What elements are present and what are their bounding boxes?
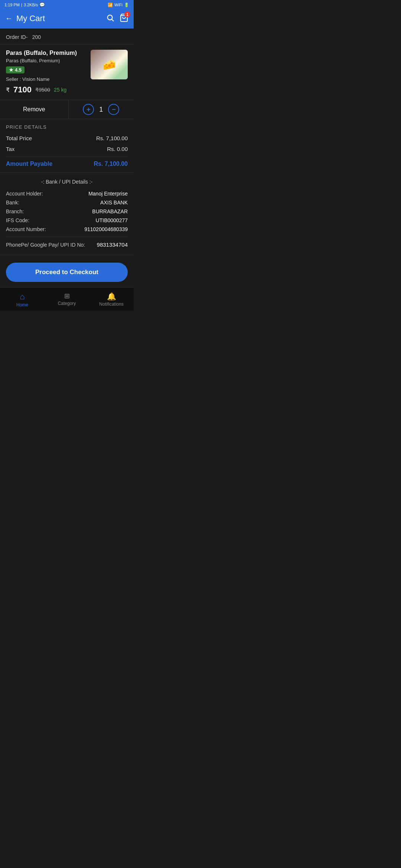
bank-row-account-number: Account Number: 911020004680339 bbox=[6, 226, 128, 232]
status-network-speed: 3.2KB/s bbox=[24, 3, 38, 7]
order-id-section: Order ID- 200 bbox=[0, 29, 134, 45]
signal-icon: 📶 bbox=[108, 3, 113, 7]
quantity-value: 1 bbox=[99, 106, 103, 114]
price-weight: 25 kg bbox=[54, 87, 66, 93]
battery-icon: 🔋 bbox=[124, 3, 129, 7]
total-price-value: Rs. 7,100.00 bbox=[96, 135, 128, 141]
upi-label: PhonePe/ Google Pay/ UPI ID No: bbox=[6, 241, 85, 249]
home-icon: ⌂ bbox=[20, 292, 25, 302]
status-time: 1:19 PM bbox=[4, 3, 20, 7]
page-title: My Cart bbox=[16, 14, 45, 23]
account-number-label: Account Number: bbox=[6, 226, 46, 232]
quantity-controls: + 1 − bbox=[69, 100, 134, 119]
total-price-label: Total Price bbox=[6, 135, 32, 141]
cart-button[interactable]: 1 bbox=[120, 13, 128, 23]
bank-row-bank: Bank: AXIS BANK bbox=[6, 200, 128, 206]
whatsapp-icon: 💬 bbox=[39, 2, 45, 7]
branch-label: Branch: bbox=[6, 208, 24, 214]
amount-payable-row: Amount Payable Rs. 7,100.00 bbox=[6, 161, 128, 167]
nav-notifications[interactable]: 🔔 Notifications bbox=[89, 290, 134, 309]
notifications-icon: 🔔 bbox=[107, 292, 116, 301]
main-content: Order ID- 200 Paras (Buffalo, Premium) P… bbox=[0, 29, 134, 287]
order-id-label: Order ID- bbox=[6, 34, 27, 40]
bank-label: Bank: bbox=[6, 200, 19, 206]
order-id-value: 200 bbox=[32, 34, 41, 40]
header-icons: 1 bbox=[106, 13, 128, 23]
price-divider bbox=[6, 157, 128, 157]
bank-section-title: -: Bank / UPI Details :- bbox=[6, 179, 128, 185]
ifsc-label: IFS Code: bbox=[6, 217, 29, 223]
amount-payable-value: Rs. 7,100.00 bbox=[94, 161, 128, 167]
nav-home-label: Home bbox=[16, 302, 28, 308]
search-icon bbox=[106, 14, 114, 22]
product-name: Paras (Buffalo, Premium) bbox=[6, 50, 87, 56]
action-row: Remove + 1 − bbox=[0, 100, 134, 119]
nav-home[interactable]: ⌂ Home bbox=[0, 290, 45, 309]
rating-badge: ★ 4.5 bbox=[6, 66, 25, 73]
status-speed: | bbox=[21, 3, 22, 7]
price-details-section: PRICE DETAILS Total Price Rs. 7,100.00 T… bbox=[0, 119, 134, 173]
price-current: 7100 bbox=[13, 85, 32, 95]
category-icon: ⊞ bbox=[64, 292, 70, 300]
header-left: ← My Cart bbox=[5, 14, 45, 23]
checkout-button[interactable]: Proceed to Checkout bbox=[6, 263, 128, 282]
bottom-navigation: ⌂ Home ⊞ Category 🔔 Notifications bbox=[0, 287, 134, 310]
account-holder-label: Account Holder: bbox=[6, 191, 43, 197]
price-symbol: ₹ bbox=[6, 86, 10, 93]
back-button[interactable]: ← bbox=[5, 14, 13, 23]
account-number-value: 911020004680339 bbox=[84, 226, 128, 232]
bank-details-section: -: Bank / UPI Details :- Account Holder:… bbox=[0, 173, 134, 255]
ifsc-value: UTIB0000277 bbox=[96, 217, 128, 223]
remove-button[interactable]: Remove bbox=[0, 100, 69, 119]
checkout-section: Proceed to Checkout bbox=[0, 255, 134, 287]
wifi-icon: WiFi bbox=[114, 3, 123, 7]
rating-value: 4.5 bbox=[15, 67, 22, 73]
minus-icon: − bbox=[112, 106, 116, 114]
plus-icon: + bbox=[87, 106, 91, 114]
upi-row: PhonePe/ Google Pay/ UPI ID No: 98313347… bbox=[6, 241, 128, 249]
account-holder-value: Manoj Enterprise bbox=[88, 191, 128, 197]
svg-point-0 bbox=[108, 15, 113, 20]
amount-payable-label: Amount Payable bbox=[6, 161, 52, 167]
product-info: Paras (Buffalo, Premium) Paras (Buffalo,… bbox=[6, 50, 91, 95]
nav-notifications-label: Notifications bbox=[99, 302, 123, 307]
quantity-decrease-button[interactable]: − bbox=[108, 104, 119, 115]
price-row: ₹ 7100 ₹9500 25 kg bbox=[6, 85, 87, 95]
status-right: 📶 WiFi 🔋 bbox=[108, 3, 129, 7]
price-original: ₹9500 bbox=[35, 87, 50, 93]
nav-category-label: Category bbox=[58, 301, 76, 306]
product-card: Paras (Buffalo, Premium) Paras (Buffalo,… bbox=[0, 45, 134, 100]
bank-divider bbox=[6, 237, 128, 237]
total-price-row: Total Price Rs. 7,100.00 bbox=[6, 135, 128, 141]
cart-badge: 1 bbox=[124, 11, 130, 17]
branch-value: BURRABAZAR bbox=[92, 208, 128, 214]
nav-category[interactable]: ⊞ Category bbox=[45, 290, 89, 309]
svg-line-1 bbox=[112, 19, 114, 21]
product-subtitle: Paras (Buffalo, Premium) bbox=[6, 58, 87, 63]
search-button[interactable] bbox=[106, 14, 114, 23]
bank-row-account-holder: Account Holder: Manoj Enterprise bbox=[6, 191, 128, 197]
bank-value: AXIS BANK bbox=[100, 200, 128, 206]
tax-label: Tax bbox=[6, 146, 14, 152]
upi-value: 9831334704 bbox=[97, 241, 128, 249]
product-image: 🧀 bbox=[91, 50, 128, 79]
quantity-increase-button[interactable]: + bbox=[83, 104, 94, 115]
header: ← My Cart 1 bbox=[0, 10, 134, 29]
seller-info: Seller : Vision Name bbox=[6, 76, 87, 82]
tax-value: Rs. 0.00 bbox=[107, 146, 128, 152]
bank-row-ifsc: IFS Code: UTIB0000277 bbox=[6, 217, 128, 223]
star-icon: ★ bbox=[9, 67, 13, 73]
bank-row-branch: Branch: BURRABAZAR bbox=[6, 208, 128, 214]
product-image-placeholder: 🧀 bbox=[91, 50, 128, 79]
status-bar: 1:19 PM | 3.2KB/s 💬 📶 WiFi 🔋 bbox=[0, 0, 134, 10]
status-left: 1:19 PM | 3.2KB/s 💬 bbox=[4, 2, 45, 7]
price-details-title: PRICE DETAILS bbox=[6, 124, 128, 130]
tax-row: Tax Rs. 0.00 bbox=[6, 146, 128, 152]
